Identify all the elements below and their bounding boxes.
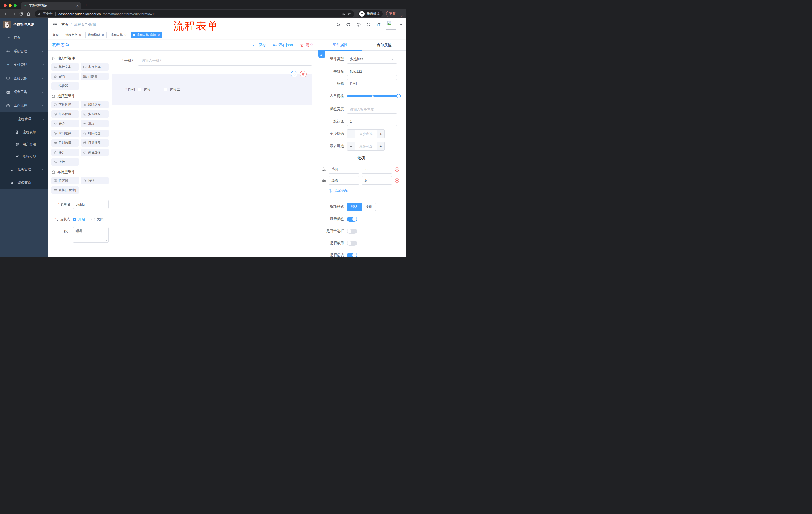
sidebar-item-process-form[interactable]: 流程表单 <box>0 126 48 138</box>
browser-update-button[interactable]: 更新 ⋮ <box>386 10 404 17</box>
sidebar-item-process-model[interactable]: 流程模型 <box>0 151 48 163</box>
border-switch[interactable] <box>347 228 357 234</box>
browser-menu-icon[interactable]: ⋮ <box>398 12 401 16</box>
tag-process-model[interactable]: 流程模型✕ <box>85 32 107 38</box>
drag-handle-icon[interactable] <box>322 167 326 171</box>
tab-form-props[interactable]: 表单属性 <box>362 39 406 51</box>
disabled-switch[interactable] <box>347 241 357 246</box>
palette-item-single-line-text[interactable]: 单行文本 <box>51 63 79 71</box>
tag-close-icon[interactable]: ✕ <box>102 33 104 37</box>
gender-option-1-checkbox[interactable]: 选项一 <box>138 87 154 92</box>
sidebar-item-payment[interactable]: ¥ 支付管理 <box>0 58 48 72</box>
resize-handle[interactable] <box>106 240 108 242</box>
github-icon[interactable] <box>346 22 351 27</box>
palette-item-radio-group[interactable]: 单选框组 <box>51 110 79 118</box>
remove-option-button[interactable] <box>395 167 400 172</box>
palette-item-multi-line-text[interactable]: 多行文本 <box>81 63 109 71</box>
form-name-input[interactable] <box>73 200 109 209</box>
gender-option-2-checkbox[interactable]: 选项二 <box>164 87 180 92</box>
palette-item-rate[interactable]: 评分 <box>51 148 79 156</box>
option-label-input[interactable] <box>329 176 359 185</box>
palette-item-time-picker[interactable]: 时间选择 <box>51 130 79 137</box>
window-controls[interactable] <box>0 4 21 9</box>
required-switch[interactable] <box>347 253 357 257</box>
palette-item-switch[interactable]: 开关 <box>51 120 79 128</box>
sidebar-item-devtools[interactable]: 研发工具 <box>0 85 48 99</box>
component-type-select[interactable]: 多选框组 <box>347 55 397 64</box>
palette-item-counter[interactable]: 123计数器 <box>81 73 109 80</box>
sidebar-item-leave-query[interactable]: 请假查询 <box>0 176 48 189</box>
palette-item-color-picker[interactable]: 颜色选择 <box>81 148 109 156</box>
forward-button[interactable] <box>10 10 17 17</box>
clear-button[interactable]: 清空 <box>300 43 313 47</box>
close-window-button[interactable] <box>3 4 6 7</box>
bookmark-star-icon[interactable] <box>347 12 351 16</box>
sidebar-item-system[interactable]: 系统管理 <box>0 45 48 58</box>
palette-item-slider[interactable]: 滑块 <box>81 120 109 128</box>
font-size-icon[interactable]: TT <box>376 22 380 27</box>
form-remark-textarea[interactable]: 嘿嘿 <box>73 227 109 243</box>
view-json-button[interactable]: 查看json <box>273 43 293 47</box>
form-grid-slider[interactable] <box>347 91 399 101</box>
save-button[interactable]: 保存 <box>253 43 266 47</box>
browser-tab[interactable]: 芋道管理系统 ✕ <box>21 2 81 9</box>
default-value-input[interactable] <box>347 117 397 126</box>
increase-button[interactable]: + <box>377 142 384 151</box>
drag-handle-icon[interactable] <box>322 178 326 183</box>
palette-item-select[interactable]: 下拉选择 <box>51 101 79 108</box>
breadcrumb-home[interactable]: 首页 <box>61 22 68 27</box>
tag-process-form-edit[interactable]: 流程表单-编辑✕ <box>130 32 162 38</box>
form-canvas[interactable]: 手机号 请输入手机号 性别 选项一 选项二 <box>112 51 318 257</box>
palette-item-button[interactable]: 按钮 <box>81 177 109 184</box>
tag-close-icon[interactable]: ✕ <box>79 33 81 37</box>
sidebar-item-workflow[interactable]: 工作流程 <box>0 99 48 112</box>
external-link-tab[interactable] <box>318 51 325 58</box>
field-name-input[interactable] <box>347 67 397 76</box>
style-button-button[interactable]: 按钮 <box>361 203 376 211</box>
palette-item-time-range[interactable]: 时间范围 <box>81 130 109 137</box>
palette-item-password[interactable]: 密码 <box>51 73 79 80</box>
fullscreen-icon[interactable] <box>366 22 371 27</box>
palette-item-checkbox-group[interactable]: 多选框组 <box>81 110 109 118</box>
palette-item-row-container[interactable]: 行容器 <box>51 177 79 184</box>
title-input[interactable] <box>347 79 397 88</box>
min-select-stepper[interactable]: − + <box>347 129 385 138</box>
home-button[interactable] <box>25 10 32 17</box>
sidebar-collapse-icon[interactable] <box>52 22 57 27</box>
palette-item-date-range[interactable]: 日期范围 <box>81 139 109 146</box>
palette-item-date-picker[interactable]: 日期选择 <box>51 139 79 146</box>
status-radio-on[interactable]: 开启 <box>73 217 85 221</box>
sidebar-item-user-groups[interactable]: 用户分组 <box>0 138 48 151</box>
max-select-stepper[interactable]: − + <box>347 141 385 151</box>
palette-item-table[interactable]: 表格[开发中] <box>51 186 79 194</box>
add-option-button[interactable]: 添加选项 <box>328 189 402 193</box>
avatar[interactable] <box>386 20 396 30</box>
label-width-input[interactable] <box>347 105 397 114</box>
show-label-switch[interactable] <box>347 217 357 221</box>
decrease-button[interactable]: − <box>347 142 355 151</box>
sidebar-item-task-management[interactable]: 任务管理 <box>0 163 48 176</box>
phone-input[interactable]: 请输入手机号 <box>138 56 312 65</box>
tag-process-form[interactable]: 流程表单✕ <box>108 32 129 38</box>
tab-component-props[interactable]: 组件属性 <box>318 39 362 51</box>
maximize-window-button[interactable] <box>13 4 17 7</box>
sidebar-item-home[interactable]: 首页 <box>0 31 48 45</box>
decrease-button[interactable]: − <box>347 130 355 138</box>
style-default-button[interactable]: 默认 <box>347 203 361 211</box>
remove-option-button[interactable] <box>395 178 400 183</box>
palette-item-cascader[interactable]: 级联选择 <box>81 101 109 108</box>
sidebar-item-infrastructure[interactable]: 基础设施 <box>0 72 48 85</box>
help-icon[interactable] <box>356 22 361 27</box>
min-select-input[interactable] <box>355 130 377 138</box>
increase-button[interactable]: + <box>377 130 384 138</box>
tag-process-definition[interactable]: 流程定义✕ <box>63 32 84 38</box>
canvas-field-phone[interactable]: 手机号 请输入手机号 <box>112 56 312 65</box>
tag-home[interactable]: 首页 <box>50 32 61 38</box>
security-label[interactable]: 不安全 <box>43 11 53 16</box>
option-value-input[interactable] <box>361 165 392 173</box>
option-value-input[interactable] <box>361 176 392 185</box>
status-radio-off[interactable]: 关闭 <box>91 217 104 221</box>
tag-close-icon[interactable]: ✕ <box>157 33 160 37</box>
new-tab-button[interactable]: + <box>85 2 87 7</box>
slider-handle[interactable] <box>397 94 401 98</box>
